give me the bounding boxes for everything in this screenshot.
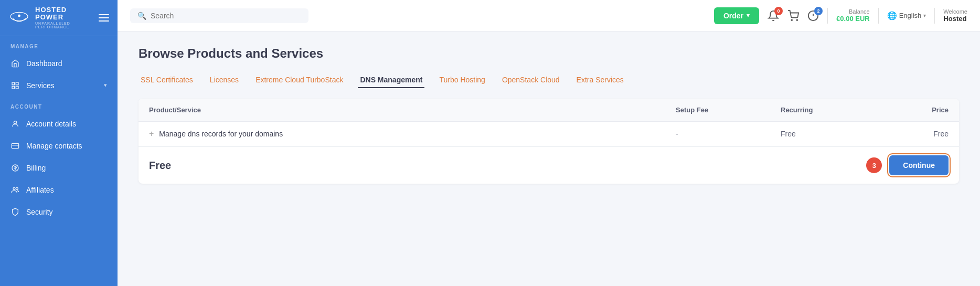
- sidebar-item-affiliates[interactable]: Affiliates: [0, 179, 118, 201]
- topnav-divider2: [878, 8, 879, 24]
- svg-point-1: [18, 14, 20, 17]
- dollar-icon: [10, 163, 20, 173]
- brand-name: HOSTED POWER: [35, 6, 93, 22]
- language-button[interactable]: 🌐 English ▾: [887, 11, 926, 20]
- continue-button[interactable]: Continue: [889, 155, 949, 175]
- alerts-badge: 2: [814, 7, 823, 15]
- alerts-button[interactable]: 2: [807, 10, 819, 22]
- header-setup-fee: Setup Fee: [676, 106, 781, 114]
- language-label: English: [899, 12, 922, 19]
- setup-fee-cell: -: [676, 130, 781, 138]
- topnav: 🔍 Order ▾ 0 2 Balance €0.00 EUR: [118, 0, 980, 31]
- order-chevron-icon: ▾: [747, 12, 750, 19]
- services-label: Services: [26, 81, 55, 90]
- svg-point-11: [16, 187, 18, 189]
- tab-extra[interactable]: Extra Services: [574, 72, 626, 88]
- search-area[interactable]: 🔍: [130, 8, 308, 23]
- svg-point-10: [13, 187, 15, 189]
- balance-label: Balance: [849, 8, 870, 15]
- tab-dns[interactable]: DNS Management: [358, 72, 424, 88]
- table-row: + Manage dns records for your domains - …: [139, 122, 959, 146]
- total-label: Free: [149, 160, 171, 172]
- product-name-cell: + Manage dns records for your domains: [149, 129, 676, 139]
- lang-chevron-icon: ▾: [923, 13, 926, 18]
- grid-icon: [10, 81, 20, 90]
- svg-point-12: [791, 19, 792, 20]
- manage-section-label: MANAGE: [0, 36, 118, 52]
- price-cell: Free: [886, 130, 949, 138]
- logo-text: HOSTED POWER UNPARALLELED PERFORMANCE: [35, 6, 93, 29]
- sidebar-item-billing[interactable]: Billing: [0, 157, 118, 179]
- shield-icon: [10, 207, 20, 217]
- cart-button[interactable]: [787, 10, 799, 22]
- footer-actions: 3 Continue: [866, 155, 949, 175]
- topnav-divider: [827, 8, 828, 24]
- header-price: Price: [886, 106, 949, 114]
- page-title: Browse Products and Services: [139, 46, 959, 61]
- billing-label: Billing: [26, 164, 46, 172]
- main-area: 🔍 Order ▾ 0 2 Balance €0.00 EUR: [118, 0, 980, 286]
- svg-point-13: [797, 19, 798, 20]
- search-icon: 🔍: [137, 12, 146, 20]
- user-icon: [10, 119, 20, 129]
- header-recurring: Recurring: [781, 106, 886, 114]
- svg-rect-7: [12, 143, 18, 148]
- welcome-name: Hosted: [943, 15, 966, 23]
- tab-ssl[interactable]: SSL Certificates: [139, 72, 195, 88]
- product-tabs: SSL Certificates Licenses Extreme Cloud …: [139, 72, 959, 88]
- sidebar-item-account-details[interactable]: Account details: [0, 113, 118, 135]
- hamburger-menu[interactable]: [99, 14, 109, 22]
- logo-icon: [8, 8, 30, 28]
- expand-row-icon[interactable]: +: [149, 129, 154, 139]
- topnav-actions: Order ▾ 0 2 Balance €0.00 EUR 🌐: [714, 7, 967, 24]
- home-icon: [10, 59, 20, 68]
- balance-area: Balance €0.00 EUR: [836, 8, 870, 23]
- svg-rect-5: [16, 86, 18, 89]
- tab-openstack[interactable]: OpenStack Cloud: [500, 72, 562, 88]
- tab-licenses[interactable]: Licenses: [208, 72, 241, 88]
- svg-rect-2: [12, 82, 15, 85]
- affiliates-label: Affiliates: [26, 186, 54, 194]
- order-label: Order: [723, 12, 743, 20]
- sidebar-item-security[interactable]: Security: [0, 201, 118, 223]
- product-name: Manage dns records for your domains: [159, 130, 283, 138]
- welcome-area: Welcome Hosted: [943, 8, 967, 23]
- people-icon: [10, 185, 20, 195]
- svg-rect-3: [16, 82, 18, 85]
- search-input[interactable]: [151, 12, 301, 20]
- dashboard-label: Dashboard: [26, 59, 62, 68]
- step-badge: 3: [866, 157, 882, 173]
- svg-point-6: [14, 121, 16, 124]
- table-footer: Free 3 Continue: [139, 146, 959, 184]
- recurring-cell: Free: [781, 130, 886, 138]
- table-header: Product/Service Setup Fee Recurring Pric…: [139, 99, 959, 122]
- account-section-label: ACCOUNT: [0, 97, 118, 113]
- notifications-badge: 0: [774, 7, 783, 15]
- sidebar-logo: HOSTED POWER UNPARALLELED PERFORMANCE: [0, 0, 118, 36]
- card-icon: [10, 141, 20, 151]
- sidebar-item-manage-contacts[interactable]: Manage contacts: [0, 135, 118, 157]
- topnav-divider3: [934, 8, 935, 24]
- order-button[interactable]: Order ▾: [714, 7, 759, 24]
- tab-turbostack[interactable]: Extreme Cloud TurboStack: [253, 72, 345, 88]
- manage-contacts-label: Manage contacts: [26, 142, 82, 150]
- content-area: Browse Products and Services SSL Certifi…: [118, 31, 980, 286]
- sidebar-item-services[interactable]: Services ▾: [0, 75, 118, 97]
- tab-turbo-hosting[interactable]: Turbo Hosting: [437, 72, 487, 88]
- account-details-label: Account details: [26, 120, 76, 128]
- sidebar: HOSTED POWER UNPARALLELED PERFORMANCE MA…: [0, 0, 118, 286]
- header-product: Product/Service: [149, 106, 676, 114]
- globe-icon: 🌐: [887, 11, 897, 20]
- balance-value: €0.00 EUR: [836, 15, 870, 23]
- product-table: Product/Service Setup Fee Recurring Pric…: [139, 99, 959, 184]
- security-label: Security: [26, 208, 53, 216]
- notifications-button[interactable]: 0: [768, 10, 779, 22]
- brand-tagline: UNPARALLELED PERFORMANCE: [35, 22, 93, 29]
- welcome-label: Welcome: [943, 8, 967, 15]
- sidebar-item-dashboard[interactable]: Dashboard: [0, 52, 118, 75]
- svg-rect-4: [12, 86, 15, 89]
- chevron-down-icon: ▾: [104, 82, 107, 89]
